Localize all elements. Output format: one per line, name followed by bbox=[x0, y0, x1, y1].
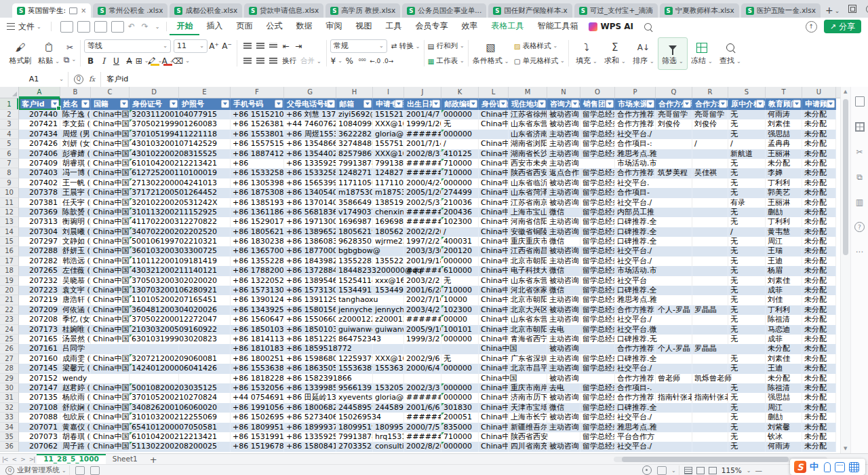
cell-T19[interactable]: 刘素佳 bbox=[766, 276, 802, 286]
document-tab[interactable]: S公务员国企事业单... bbox=[402, 3, 486, 18]
cell-Q10[interactable] bbox=[656, 188, 692, 197]
cell-K7[interactable]: 710000 bbox=[441, 159, 479, 168]
cell-D35[interactable]: 610104200212213421 bbox=[130, 432, 179, 442]
cell-T18[interactable]: 杨眉 bbox=[766, 266, 802, 276]
table-header-A[interactable]: 客户id bbox=[19, 98, 60, 110]
cell-U29[interactable]: 未分配 bbox=[802, 374, 836, 383]
cell-B34[interactable]: 黄嘉仪 (女 bbox=[60, 423, 91, 432]
page-layout-view-icon[interactable] bbox=[696, 467, 705, 474]
row-header[interactable]: 26 bbox=[0, 344, 19, 354]
cell-L31[interactable]: China中国 bbox=[479, 393, 509, 402]
cell-D5[interactable]: 430103200107142529 bbox=[130, 139, 179, 149]
cell-S27[interactable]: 无 bbox=[728, 354, 766, 364]
cell-H32[interactable]: 244589596 bbox=[336, 403, 373, 413]
filter-dropdown-icon[interactable] bbox=[538, 100, 546, 108]
cell-I30[interactable]: 153205639 bbox=[373, 383, 404, 393]
wrap-text-button[interactable]: 换行 bbox=[282, 56, 296, 66]
cell-I3[interactable]: XXX@163. bbox=[373, 119, 404, 129]
cell-D21[interactable]: 110105200207165451 bbox=[130, 295, 179, 305]
cell-L17[interactable]: China中国 bbox=[479, 256, 509, 266]
cell-A34[interactable]: 207071 bbox=[19, 423, 60, 432]
cell-Q25[interactable] bbox=[656, 335, 692, 344]
cell-L16[interactable]: China中国 bbox=[479, 246, 509, 256]
cell-K36[interactable]: 000000 bbox=[441, 442, 479, 451]
cell-F7[interactable]: +86 bbox=[231, 159, 284, 168]
cell-J23[interactable]: ######## bbox=[404, 315, 441, 324]
cell-C13[interactable]: China中国 bbox=[91, 217, 130, 227]
increase-decimal-icon[interactable]: ←.0 bbox=[369, 54, 382, 67]
row-header[interactable]: 18 bbox=[0, 266, 19, 276]
col-header-L[interactable]: L bbox=[479, 87, 509, 98]
col-header-O[interactable]: O bbox=[580, 87, 615, 98]
cell-K21[interactable]: 10000 bbox=[441, 295, 479, 305]
table-header-T[interactable]: 教育顾问 bbox=[766, 98, 802, 110]
cell-Q7[interactable] bbox=[656, 159, 692, 168]
cell-P34[interactable]: 雅思考点.雅 bbox=[615, 423, 656, 432]
cell-R29[interactable]: 凯烁曾老师 bbox=[692, 374, 728, 383]
filter-dropdown-icon[interactable] bbox=[827, 100, 835, 108]
cell-H36[interactable]: 270335220 bbox=[336, 442, 373, 451]
cell-D34[interactable]: 654101200007050581 bbox=[130, 423, 179, 432]
cell-C32[interactable]: China中国 bbox=[91, 403, 130, 413]
cell-B17[interactable]: 韩浩远 (男 bbox=[60, 256, 91, 266]
cell-style-button[interactable]: ▢单元格样式⌄ bbox=[514, 54, 565, 69]
cell-Q29[interactable]: 曾老师 bbox=[656, 374, 692, 383]
cell-C23[interactable]: China中国 bbox=[91, 315, 130, 324]
cell-T4[interactable]: 强思喆 bbox=[766, 130, 802, 139]
cell-J6[interactable]: 2002/8/31 bbox=[404, 149, 441, 159]
cell-B27[interactable]: 成雨雯 (女 bbox=[60, 354, 91, 364]
row-header[interactable]: 35 bbox=[0, 432, 19, 442]
pane-doc-icon[interactable] bbox=[854, 96, 865, 107]
cell-M17[interactable]: 北京市朝阳 bbox=[509, 256, 547, 266]
cell-T28[interactable]: 王迪 bbox=[766, 364, 802, 373]
cell-Q12[interactable] bbox=[656, 208, 692, 217]
cell-P17[interactable]: 社交平台./ bbox=[615, 256, 656, 266]
cell-O26[interactable] bbox=[580, 344, 615, 354]
row-header[interactable]: 13 bbox=[0, 217, 19, 227]
cell-A13[interactable]: 207313 bbox=[19, 217, 60, 227]
col-header-Q[interactable]: Q bbox=[656, 87, 692, 98]
cell-T3[interactable]: 刘素佳 bbox=[766, 119, 802, 129]
cell-P4[interactable]: 社交平台./ bbox=[615, 130, 656, 139]
cell-G4[interactable]: +86 周煜155380 bbox=[284, 130, 336, 139]
cell-D10[interactable]: 371721200501264452 bbox=[130, 188, 179, 197]
cell-Q9[interactable] bbox=[656, 178, 692, 188]
cell-R28[interactable] bbox=[692, 364, 728, 373]
menu-tab-开始[interactable]: 开始 bbox=[170, 18, 199, 35]
cell-G35[interactable]: +86 1335925706 bbox=[284, 432, 336, 442]
cell-M32[interactable]: 天津市宝坻 bbox=[509, 403, 547, 413]
cell-P31[interactable]: 合作方推荐 bbox=[615, 393, 656, 402]
cell-C14[interactable]: China中国 bbox=[91, 227, 130, 237]
cell-I34[interactable]: 180995191 bbox=[373, 423, 404, 432]
borders-button[interactable]: ⊞⌄ bbox=[136, 54, 149, 67]
cell-F2[interactable]: +86 15152100 bbox=[231, 110, 284, 119]
cell-A10[interactable]: 207378 bbox=[19, 188, 60, 197]
cell-T10[interactable]: 郭美艺 bbox=[766, 188, 802, 197]
cell-U13[interactable]: 未分配 bbox=[802, 217, 836, 227]
cell-P23[interactable]: 社交平台./ bbox=[615, 315, 656, 324]
table-header-F[interactable]: 手机号码 bbox=[231, 98, 284, 110]
cell-C33[interactable]: China中国 bbox=[91, 413, 130, 422]
cell-F15[interactable]: +86 18302388 bbox=[231, 237, 284, 246]
cell-D9[interactable]: 271302200004241013 bbox=[130, 178, 179, 188]
cell-T31[interactable]: 强思喆 bbox=[766, 393, 802, 402]
cell-I22[interactable]: jennychen7 bbox=[373, 305, 404, 315]
row-header[interactable]: 5 bbox=[0, 139, 19, 149]
cell-H10[interactable]: m1875308 bbox=[336, 188, 373, 197]
row-header[interactable]: 6 bbox=[0, 149, 19, 159]
cell-O20[interactable]: 留学总经办 bbox=[580, 286, 615, 295]
cell-N24[interactable]: 去电 bbox=[547, 325, 580, 335]
sogou-logo-icon[interactable]: S bbox=[794, 461, 806, 473]
cell-A27[interactable]: 207160 bbox=[19, 354, 60, 364]
menu-tab-视图[interactable]: 视图 bbox=[349, 18, 378, 35]
cell-A11[interactable]: 207381 bbox=[19, 198, 60, 208]
cell-K14[interactable]: / bbox=[441, 227, 479, 237]
cell-D13[interactable]: 411702200312270822 bbox=[130, 217, 179, 227]
cell-A16[interactable]: 207288 bbox=[19, 246, 60, 256]
col-header-I[interactable]: I bbox=[373, 87, 404, 98]
cell-C8[interactable]: China中国 bbox=[91, 168, 130, 178]
cell-A30[interactable]: 207147 bbox=[19, 383, 60, 393]
cell-M6[interactable]: 湖南省长沙 bbox=[509, 149, 547, 159]
cell-O2[interactable]: 留学总经办 bbox=[580, 110, 615, 119]
filter-dropdown-icon[interactable] bbox=[170, 100, 178, 108]
